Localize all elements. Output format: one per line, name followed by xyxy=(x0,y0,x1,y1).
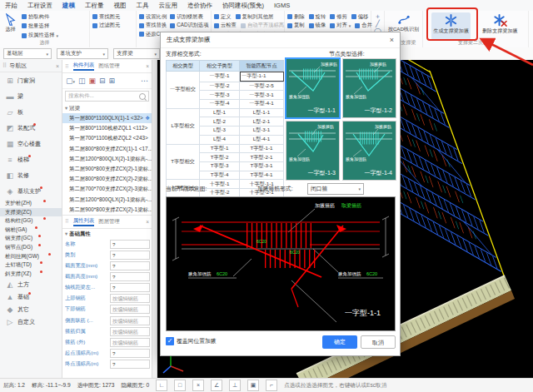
trim-button[interactable]: 修剪 xyxy=(330,12,347,22)
delete-haunch-button[interactable]: 删除支撑梁加腋 xyxy=(481,12,520,40)
table-cell[interactable]: L型-1-1 xyxy=(240,108,284,117)
table-cell-selected[interactable]: 一字型-1-1 xyxy=(240,72,284,82)
point-snap-icon[interactable]: ⊥ xyxy=(229,380,241,391)
close-icon[interactable]: × xyxy=(56,63,59,69)
property-input[interactable]: 按编辑钢筋 xyxy=(110,294,150,303)
nav-sub-gg[interactable]: 格构柱(GG) xyxy=(0,216,62,226)
delete-component-icon[interactable]: ▣ xyxy=(89,77,97,85)
table-cell[interactable]: L型-1 xyxy=(200,108,240,117)
tree-item[interactable]: 第一层700*1100栈桥ZQL2 <243> xyxy=(62,133,152,143)
table-cell[interactable]: L型-3 xyxy=(200,127,240,136)
line-tool-icon[interactable]: ╱ xyxy=(374,20,381,27)
tree-item[interactable]: 第二层1200*800QLX(2)-1梁标高-... xyxy=(62,195,152,205)
table-cell[interactable]: T字型-1-1 xyxy=(240,144,284,153)
drag-handle-icon[interactable]: ⠿ xyxy=(65,218,69,225)
nav-item-slab[interactable]: ▱板 xyxy=(0,104,62,120)
tab-property-list[interactable]: 属性列表 xyxy=(73,217,95,226)
nav-item-foundation[interactable]: ▲基础 xyxy=(0,290,62,303)
nav-item-earthwork[interactable]: ◭土方 xyxy=(0,278,62,290)
find-replace-button[interactable]: 查找替换 xyxy=(139,22,167,31)
table-cell[interactable]: T字型-4 xyxy=(200,171,240,180)
table-cell[interactable]: 一字型-4-1 xyxy=(240,100,284,109)
dialog-close-icon[interactable]: × xyxy=(390,36,394,44)
offset-button[interactable]: 偏移 xyxy=(351,12,369,22)
tree-item[interactable]: 第二层700*700支撑ZCX(2)-3梁标... xyxy=(62,184,152,194)
plus-tool-icon[interactable]: ＋ xyxy=(374,12,381,20)
tab-layer-manage[interactable]: 图层管理 xyxy=(98,218,120,226)
property-input[interactable]: 按编辑钢筋 xyxy=(110,327,150,336)
select-button[interactable]: 选择 xyxy=(2,12,18,40)
rotate-button[interactable]: 旋转 xyxy=(309,12,326,22)
tree-item[interactable]: 第二层1200*800QLX(2)-1梁标高-... xyxy=(62,154,152,164)
component-search[interactable]: 搜索构件... xyxy=(65,91,149,102)
table-cell[interactable]: T字型-1 xyxy=(200,144,240,153)
copy-button[interactable]: 复制 xyxy=(287,22,305,31)
tab-sheet-manage[interactable]: 图纸管理 xyxy=(98,62,120,70)
cross-select-icon[interactable]: × xyxy=(192,380,204,391)
table-cell[interactable]: L型-2-1 xyxy=(240,117,284,127)
copy-component-icon[interactable]: ◫ xyxy=(78,77,86,85)
recognize-floor-table-button[interactable]: 识别楼层表 xyxy=(170,12,202,22)
floor-select[interactable]: 基础层▾ xyxy=(3,48,52,59)
property-input[interactable]: 按编辑钢筋 xyxy=(110,305,150,314)
nav-item-beam[interactable]: ▬梁 xyxy=(0,88,62,104)
tree-item[interactable]: 第二层900*800支撑ZCX(2)-1梁标... xyxy=(62,164,152,174)
property-input[interactable]: ? xyxy=(110,360,150,369)
merge-button[interactable]: 合并 xyxy=(355,22,372,31)
table-cell[interactable]: 一字型-1 xyxy=(200,72,240,82)
table-cell[interactable]: T字型-2-1 xyxy=(240,153,284,162)
tree-item[interactable]: 第二层900*800支撑ZCX(2)-1梁标... xyxy=(62,205,152,215)
define-button[interactable]: 定义 xyxy=(214,12,232,22)
table-cell[interactable]: L型-4 xyxy=(200,135,240,144)
set-scale-button[interactable]: 设置比例 xyxy=(139,12,167,22)
table-cell[interactable]: T字型相交 xyxy=(167,144,200,180)
tree-group-header[interactable]: ▾ 冠梁 xyxy=(62,103,152,113)
property-input[interactable]: ? xyxy=(110,349,150,358)
property-input[interactable]: ? xyxy=(110,261,150,270)
tab-start[interactable]: 开始 xyxy=(0,2,22,10)
col-header-match[interactable]: 智能匹配节点 xyxy=(240,61,284,72)
tab-quantities[interactable]: 工程量 xyxy=(80,2,109,10)
nav-item-door-window[interactable]: ⊞门窗洞 xyxy=(0,72,62,88)
tab-view[interactable]: 视图 xyxy=(109,2,132,10)
property-input[interactable]: ? xyxy=(110,240,150,249)
new-component-icon[interactable]: ▢▾ xyxy=(66,77,75,85)
close-icon[interactable]: × xyxy=(146,63,149,69)
nav-sub-gw[interactable]: 桩间挂网(GW) xyxy=(0,252,62,261)
overwrite-checkbox[interactable]: ✓ 覆盖同位置加腋 xyxy=(166,337,217,345)
close-icon[interactable]: × xyxy=(146,219,149,225)
table-cell[interactable]: T字型-4-1 xyxy=(240,171,284,180)
nav-sub-ga[interactable]: 钢桩(GA) xyxy=(0,226,62,235)
mirror-button[interactable]: 镜像 xyxy=(309,22,326,31)
table-cell[interactable]: 一字型-2 xyxy=(200,82,240,91)
table-cell[interactable]: 一字型-2-5 xyxy=(240,82,284,91)
angle-snap-icon[interactable]: ∠ xyxy=(211,380,222,391)
property-input[interactable]: 按编辑钢筋 xyxy=(110,338,150,347)
nav-sub-zh[interactable]: 支护桩(ZH) xyxy=(0,199,62,208)
cancel-button[interactable]: 取消 xyxy=(361,335,396,349)
paste-component-icon[interactable]: ⊟ xyxy=(99,77,106,85)
batch-select-button[interactable]: 批量选择 xyxy=(22,22,58,30)
table-cell[interactable]: 一字型-3 xyxy=(200,91,240,100)
nav-item-other[interactable]: ◆其它 xyxy=(0,303,62,315)
tab-cloud-apps[interactable]: 云应用 xyxy=(154,2,183,10)
copy-to-floor-button[interactable]: 复制到其他层 xyxy=(236,12,274,22)
node-thumb-1-4[interactable]: 加腋箍筋 腋角加强筋 一字型-1-4 xyxy=(342,121,396,181)
nav-sub-zc[interactable]: 支撑梁(ZC) xyxy=(0,208,62,217)
layer-icon[interactable]: ⊞ xyxy=(109,77,116,85)
pick-component-button[interactable]: 拾取构件 xyxy=(22,12,58,21)
property-input[interactable]: ? xyxy=(110,272,150,281)
ok-button[interactable]: 确定 xyxy=(322,335,357,349)
cloud-check-button[interactable]: 云检查 xyxy=(214,22,237,31)
tab-igms[interactable]: IGMS xyxy=(269,2,295,9)
tree-item[interactable]: 第二层800*800支撑ZCX(1)-1 <17... xyxy=(62,144,152,154)
tab-modeling[interactable]: 建模 xyxy=(57,2,80,10)
filter-element-button[interactable]: 过滤图元 xyxy=(92,22,133,31)
category-select[interactable]: 基坑支护▾ xyxy=(57,48,108,59)
drag-handle-icon[interactable]: ⠿ xyxy=(65,63,69,70)
nav-item-custom[interactable]: ▷自定义 xyxy=(0,315,62,328)
tab-collab-modeling[interactable]: 协同建模(预免) xyxy=(217,2,269,10)
table-cell[interactable]: 一字型-3-1 xyxy=(240,91,284,100)
nav-sub-gc[interactable]: 钢支撑(GC) xyxy=(0,234,62,243)
drag-handle-icon[interactable]: ⠿ xyxy=(2,62,7,69)
